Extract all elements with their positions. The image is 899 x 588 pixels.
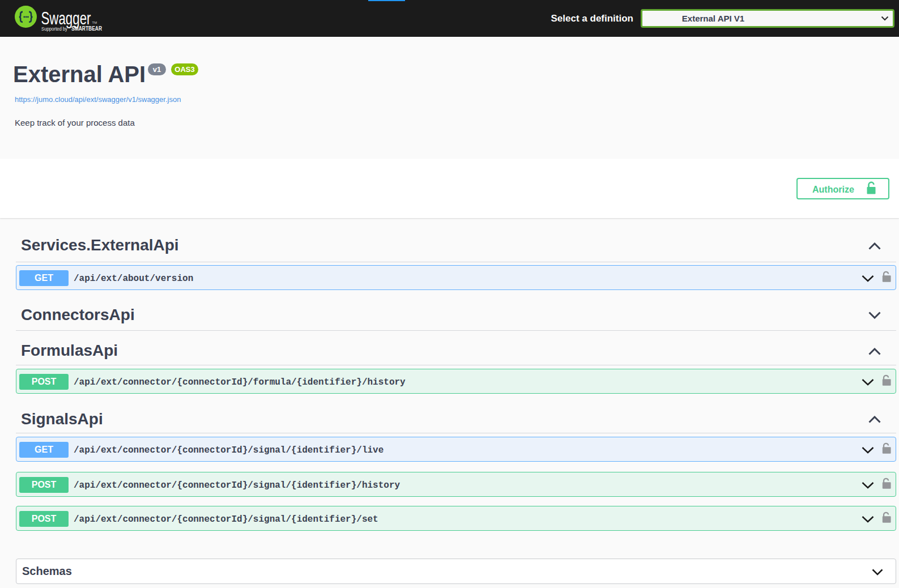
svg-text:Supported by: Supported by <box>41 26 68 32</box>
svg-text:SMARTBEAR: SMARTBEAR <box>71 25 103 32</box>
svg-text:TM: TM <box>92 21 97 24</box>
